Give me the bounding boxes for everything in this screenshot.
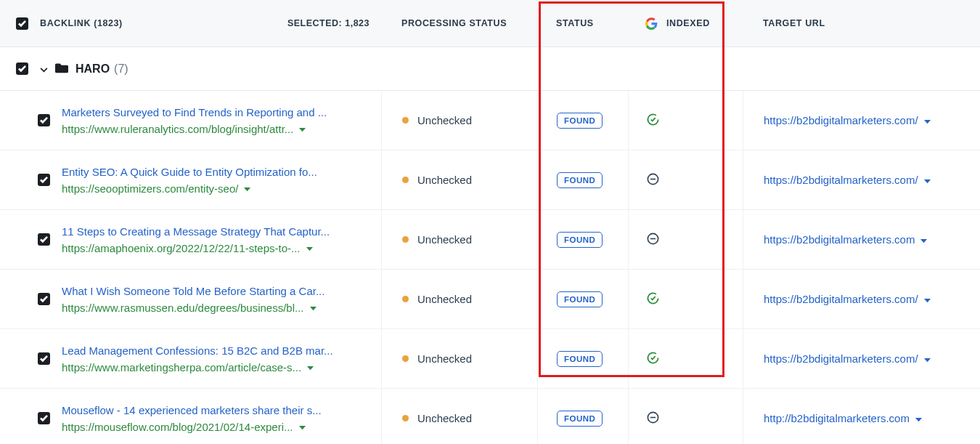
svg-marker-11 <box>924 299 931 302</box>
svg-marker-13 <box>924 358 931 362</box>
table-row: What I Wish Someone Told Me Before Start… <box>0 270 980 329</box>
select-all-checkbox[interactable] <box>16 17 28 30</box>
status-badge: FOUND <box>557 411 603 427</box>
backlink-title[interactable]: 11 Steps to Creating a Message Strategy … <box>62 225 367 238</box>
target-url-link[interactable]: http://b2bdigitalmarketers.com <box>764 412 910 424</box>
svg-marker-12 <box>307 366 314 370</box>
url-dropdown-caret[interactable] <box>310 302 317 313</box>
processing-status-dot <box>402 355 409 362</box>
row-checkbox[interactable] <box>38 114 50 126</box>
svg-marker-10 <box>310 307 317 310</box>
svg-marker-17 <box>915 418 922 421</box>
group-checkbox[interactable] <box>16 62 28 75</box>
backlink-title[interactable]: Mouseflow - 14 experienced marketers sha… <box>62 404 367 416</box>
backlink-url[interactable]: https://mouseflow.com/blog/2021/02/14-ex… <box>62 421 293 433</box>
folder-icon <box>55 62 75 76</box>
backlink-url[interactable]: https://amaphoenix.org/2022/12/22/11-ste… <box>62 242 301 254</box>
indexed-dash-icon <box>646 411 660 427</box>
indexed-dash-icon <box>646 232 660 248</box>
processing-status-text: Unchecked <box>417 174 472 186</box>
indexed-dash-icon <box>646 172 660 188</box>
group-name: HARO <box>75 62 110 76</box>
backlink-title[interactable]: Entity SEO: A Quick Guide to Entity Opti… <box>62 166 367 178</box>
target-dropdown-caret[interactable] <box>915 413 922 424</box>
svg-marker-6 <box>306 247 313 251</box>
table-row: Mouseflow - 14 experienced marketers sha… <box>0 389 980 444</box>
group-count: (7) <box>114 62 128 76</box>
url-dropdown-caret[interactable] <box>307 361 314 373</box>
target-url-link[interactable]: https://b2bdigitalmarketers.com/ <box>764 352 918 365</box>
table-row: Entity SEO: A Quick Guide to Entity Opti… <box>0 150 980 210</box>
chevron-down-icon[interactable] <box>40 63 48 75</box>
target-dropdown-caret[interactable] <box>924 353 931 365</box>
url-dropdown-caret[interactable] <box>244 182 250 194</box>
svg-marker-14 <box>299 426 306 429</box>
row-checkbox[interactable] <box>38 293 50 305</box>
status-header: STATUS <box>556 18 594 28</box>
row-checkbox[interactable] <box>38 412 50 424</box>
status-badge: FOUND <box>557 232 603 248</box>
backlink-url[interactable]: https://seooptimizers.com/entity-seo/ <box>62 182 238 195</box>
processing-status-text: Unchecked <box>417 114 472 126</box>
indexed-header: INDEXED <box>666 18 710 28</box>
target-dropdown-caret[interactable] <box>924 115 931 126</box>
svg-marker-0 <box>299 128 306 132</box>
url-dropdown-caret[interactable] <box>299 123 306 134</box>
backlink-title[interactable]: What I Wish Someone Told Me Before Start… <box>62 285 367 297</box>
status-badge: FOUND <box>557 291 603 307</box>
backlink-url[interactable]: https://www.rasmussen.edu/degrees/busine… <box>62 302 304 314</box>
target-dropdown-caret[interactable] <box>920 234 927 246</box>
indexed-check-icon <box>646 351 660 367</box>
status-badge: FOUND <box>557 172 603 188</box>
target-url-header: TARGET URL <box>763 18 825 28</box>
target-dropdown-caret[interactable] <box>924 294 931 305</box>
table-row: Marketers Surveyed to Find Trends in Rep… <box>0 91 980 150</box>
indexed-check-icon <box>646 113 660 129</box>
google-icon <box>645 17 658 30</box>
svg-marker-5 <box>924 179 931 183</box>
processing-status-text: Unchecked <box>417 352 472 365</box>
target-url-link[interactable]: https://b2bdigitalmarketers.com/ <box>764 293 918 305</box>
backlink-title[interactable]: Lead Management Confessions: 15 B2C and … <box>62 344 367 357</box>
url-dropdown-caret[interactable] <box>306 242 313 254</box>
processing-status-dot <box>402 296 409 302</box>
group-row[interactable]: HARO (7) <box>0 47 980 91</box>
svg-marker-2 <box>244 187 250 191</box>
target-url-link[interactable]: https://b2bdigitalmarketers.com/ <box>764 174 918 186</box>
processing-status-dot <box>402 415 409 421</box>
row-checkbox[interactable] <box>38 233 50 246</box>
processing-status-dot <box>402 236 409 243</box>
backlink-url[interactable]: https://www.ruleranalytics.com/blog/insi… <box>62 123 293 135</box>
svg-marker-1 <box>924 120 931 124</box>
target-url-link[interactable]: https://b2bdigitalmarketers.com <box>764 233 915 246</box>
processing-status-dot <box>402 177 409 183</box>
target-url-link[interactable]: https://b2bdigitalmarketers.com/ <box>764 114 918 126</box>
target-dropdown-caret[interactable] <box>924 174 931 186</box>
selected-count: SELECTED: 1,823 <box>287 18 369 28</box>
status-badge: FOUND <box>557 113 603 129</box>
url-dropdown-caret[interactable] <box>299 421 306 432</box>
table-row: 11 Steps to Creating a Message Strategy … <box>0 210 980 270</box>
table-header: BACKLINK (1823) SELECTED: 1,823 PROCESSI… <box>0 0 980 47</box>
svg-marker-9 <box>920 239 927 243</box>
processing-status-text: Unchecked <box>417 412 472 424</box>
backlink-title[interactable]: Marketers Surveyed to Find Trends in Rep… <box>62 106 367 118</box>
indexed-check-icon <box>646 291 660 307</box>
processing-status-dot <box>402 117 409 124</box>
processing-status-text: Unchecked <box>417 233 472 246</box>
processing-status-header: PROCESSING STATUS <box>401 18 507 28</box>
backlink-url[interactable]: https://www.marketingsherpa.com/article/… <box>62 361 301 374</box>
backlink-header: BACKLINK (1823) <box>40 18 123 28</box>
status-badge: FOUND <box>557 351 603 367</box>
row-checkbox[interactable] <box>38 174 50 186</box>
table-row: Lead Management Confessions: 15 B2C and … <box>0 329 980 389</box>
row-checkbox[interactable] <box>38 352 50 365</box>
processing-status-text: Unchecked <box>417 293 472 305</box>
